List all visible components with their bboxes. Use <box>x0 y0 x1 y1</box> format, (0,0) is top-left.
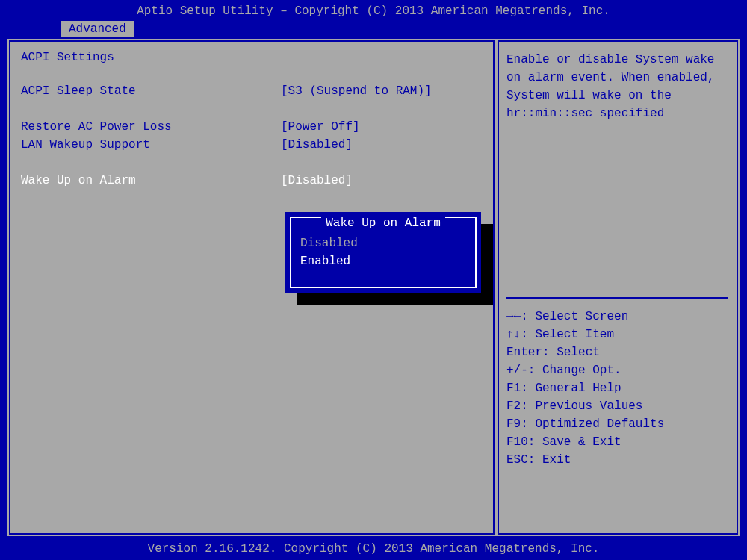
key-symbol: F9: <box>506 415 535 433</box>
key-symbol: +/-: <box>506 361 542 379</box>
help-spacer <box>506 122 729 285</box>
key-label: Optimized Defaults <box>535 415 664 433</box>
help-text: Enable or disable System wake on alarm e… <box>506 51 729 122</box>
help-line: hr::min::sec specified <box>506 105 729 122</box>
key-label: Previous Values <box>535 397 642 415</box>
spacer <box>21 100 483 118</box>
key-symbol: Enter: <box>506 343 557 361</box>
key-symbol: F2: <box>506 397 535 415</box>
help-divider <box>506 297 728 299</box>
key-label: Select Screen <box>535 308 628 326</box>
key-f9: F9: Optimized Defaults <box>506 415 729 433</box>
footer-bar: Version 2.16.1242. Copyright (C) 2013 Am… <box>0 539 747 560</box>
key-symbol: →←: <box>506 308 535 326</box>
setting-acpi-sleep-state[interactable]: ACPI Sleep State [S3 (Suspend to RAM)] <box>21 82 483 100</box>
key-symbol: ↑↓: <box>506 326 535 343</box>
key-label: Change Opt. <box>542 361 622 379</box>
key-enter: Enter: Select <box>506 343 729 361</box>
spacer <box>21 154 483 172</box>
option-label: Disabled <box>300 237 358 250</box>
section-title: ACPI Settings <box>21 51 483 64</box>
setting-lan-wakeup-support[interactable]: LAN Wakeup Support [Disabled] <box>21 136 483 154</box>
main-area: ACPI Settings ACPI Sleep State [S3 (Susp… <box>7 39 740 536</box>
title-bar: Aptio Setup Utility – Copyright (C) 2013… <box>0 0 747 21</box>
tab-row: Advanced <box>0 21 747 39</box>
help-line: on alarm event. When enabled, <box>506 69 729 87</box>
settings-panel: ACPI Settings ACPI Sleep State [S3 (Susp… <box>7 39 496 536</box>
key-label: Select Item <box>535 326 614 343</box>
setting-value: [Disabled] <box>281 172 353 190</box>
key-select-screen: →←: Select Screen <box>506 308 729 326</box>
bios-screen: Aptio Setup Utility – Copyright (C) 2013… <box>0 0 747 560</box>
key-label: General Help <box>535 379 621 397</box>
help-line: System will wake on the <box>506 87 729 105</box>
footer-text: Version 2.16.1242. Copyright (C) 2013 Am… <box>148 542 600 556</box>
setting-value: [Power Off] <box>281 118 360 136</box>
setting-label: LAN Wakeup Support <box>21 136 281 154</box>
popup-title-wrap: Wake Up on Alarm <box>291 217 475 230</box>
popup-option-disabled[interactable]: Disabled <box>297 234 469 252</box>
option-popup: Wake Up on Alarm Disabled Enabled <box>285 212 481 293</box>
key-select-item: ↑↓: Select Item <box>506 326 729 343</box>
key-symbol: ESC: <box>506 451 542 469</box>
key-hints: →←: Select Screen ↑↓: Select Item Enter:… <box>506 308 729 469</box>
key-f2: F2: Previous Values <box>506 397 729 415</box>
tab-advanced[interactable]: Advanced <box>61 21 134 37</box>
popup-inner: Wake Up on Alarm Disabled Enabled <box>290 217 477 288</box>
setting-label: Restore AC Power Loss <box>21 118 281 136</box>
app-title: Aptio Setup Utility – Copyright (C) 2013… <box>137 4 610 18</box>
setting-restore-ac-power-loss[interactable]: Restore AC Power Loss [Power Off] <box>21 118 483 136</box>
key-symbol: F1: <box>506 379 535 397</box>
setting-value: [S3 (Suspend to RAM)] <box>281 82 432 100</box>
key-label: Save & Exit <box>542 433 622 451</box>
setting-value: [Disabled] <box>281 136 353 154</box>
key-f10: F10: Save & Exit <box>506 433 729 451</box>
popup-options: Disabled Enabled <box>297 234 469 270</box>
key-f1: F1: General Help <box>506 379 729 397</box>
popup-title: Wake Up on Alarm <box>321 217 445 230</box>
option-label: Enabled <box>300 255 350 268</box>
key-esc: ESC: Exit <box>506 451 729 469</box>
setting-wake-up-on-alarm[interactable]: Wake Up on Alarm [Disabled] <box>21 172 483 190</box>
key-label: Select <box>557 343 600 361</box>
setting-label: ACPI Sleep State <box>21 82 281 100</box>
key-change-opt: +/-: Change Opt. <box>506 361 729 379</box>
popup-option-enabled[interactable]: Enabled <box>297 252 469 270</box>
key-label: Exit <box>542 451 571 469</box>
tab-label: Advanced <box>69 22 126 36</box>
help-line: Enable or disable System wake <box>506 51 729 69</box>
help-panel: Enable or disable System wake on alarm e… <box>496 39 740 536</box>
setting-label: Wake Up on Alarm <box>21 172 281 190</box>
key-symbol: F10: <box>506 433 542 451</box>
